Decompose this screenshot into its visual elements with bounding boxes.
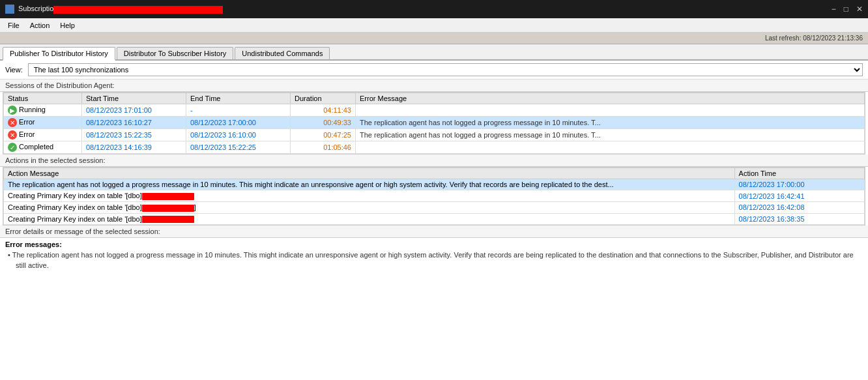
action-row[interactable]: The replication agent has not logged a p… [4,179,865,190]
title-bar-left: Subscriptio [5,5,223,14]
session-start-time: 08/12/2023 16:10:27 [82,117,186,129]
tab-distributor-subscriber[interactable]: Distributor To Subscriber History [117,47,234,59]
sessions-table-container: Status Start Time End Time Duration Erro… [3,92,865,154]
col-action-time: Action Time [734,168,864,179]
session-status: ▶Running [4,104,82,117]
session-status: ✕Error [4,117,82,129]
app-icon [5,5,14,14]
session-row[interactable]: ✕Error 08/12/2023 16:10:27 08/12/2023 17… [4,117,865,129]
session-end-time: 08/12/2023 15:22:25 [186,141,291,154]
sessions-table: Status Start Time End Time Duration Erro… [3,93,865,154]
error-section-label: Error details or message of the selected… [0,226,868,238]
session-error-message [356,104,865,117]
col-error-message: Error Message [356,93,865,104]
action-message: Creating Primary Key index on table '[db… [4,201,735,213]
action-row[interactable]: Creating Primary Key index on table '[db… [4,201,865,213]
sessions-section-label: Sessions of the Distribution Agent: [0,80,868,92]
minimize-button[interactable]: − [832,5,836,14]
status-error-icon: ✕ [8,118,17,127]
tabs-bar: Publisher To Distributor History Distrib… [0,44,868,61]
session-row[interactable]: ▶Running 08/12/2023 17:01:00 - 04:11:43 [4,104,865,117]
window-controls: − □ ✕ [832,5,863,14]
action-message: Creating Primary Key index on table '[db… [4,213,735,225]
tab-publisher-distributor[interactable]: Publisher To Distributor History [3,47,115,61]
menu-file[interactable]: File [3,20,25,31]
view-label: View: [5,66,23,74]
refresh-bar: Last refresh: 08/12/2023 21:13:36 [0,33,868,44]
session-start-time: 08/12/2023 14:16:39 [82,141,186,154]
tab-undistributed-commands[interactable]: Undistributed Commands [235,47,330,59]
last-refresh-label: Last refresh: 08/12/2023 21:13:36 [765,35,863,42]
window-title: Subscriptio [18,5,223,13]
session-error-message: The replication agent has not logged a p… [356,129,865,141]
action-row[interactable]: Creating Primary Key index on table '[db… [4,190,865,202]
session-end-time: 08/12/2023 17:00:00 [186,117,291,129]
action-time: 08/12/2023 16:38:35 [734,213,864,225]
action-message: Creating Primary Key index on table '[db… [4,190,735,202]
menu-bar: File Action Help [0,18,868,33]
session-start-time: 08/12/2023 17:01:00 [82,104,186,117]
session-end-time: - [186,104,291,117]
status-error-icon: ✕ [8,130,17,139]
action-row[interactable]: Delivered snapshot from the 202312081411… [4,225,865,226]
menu-action[interactable]: Action [25,20,55,31]
view-row: View: The last 100 synchronizations [0,61,868,80]
error-message-text: The replication agent has not logged a p… [5,250,863,270]
action-time: 08/12/2023 16:42:41 [734,190,864,202]
session-start-time: 08/12/2023 15:22:35 [82,129,186,141]
session-error-message: The replication agent has not logged a p… [356,117,865,129]
main-content: Publisher To Distributor History Distrib… [0,44,868,380]
action-message: Delivered snapshot from the 202312081411… [4,225,735,226]
action-row[interactable]: Creating Primary Key index on table '[db… [4,213,865,225]
actions-table-container: Action Message Action Time The replicati… [3,167,865,226]
session-row[interactable]: ✕Error 08/12/2023 15:22:35 08/12/2023 16… [4,129,865,141]
col-action-message: Action Message [4,168,735,179]
redacted-bar [142,216,194,223]
col-start-time: Start Time [82,93,186,104]
session-status: ✓Completed [4,141,82,154]
restore-button[interactable]: □ [844,5,848,14]
view-select[interactable]: The last 100 synchronizations [28,63,863,76]
action-time: 08/12/2023 17:00:00 [734,179,864,190]
actions-section-label: Actions in the selected session: [0,154,868,167]
status-running-icon: ▶ [8,106,17,115]
action-message: The replication agent has not logged a p… [4,179,735,190]
status-completed-icon: ✓ [8,143,17,152]
session-error-message [356,141,865,154]
session-duration: 04:11:43 [291,104,356,117]
action-time: 08/12/2023 16:42:08 [734,201,864,213]
close-button[interactable]: ✕ [856,5,863,14]
session-end-time: 08/12/2023 16:10:00 [186,129,291,141]
actions-table: Action Message Action Time The replicati… [3,168,865,226]
col-status: Status [4,93,82,104]
title-bar: Subscriptio − □ ✕ [0,0,868,18]
error-messages-title: Error messages: [5,241,863,248]
redacted-bar [142,205,194,212]
action-time: 08/12/2023 16:38:32 [734,225,864,226]
session-duration: 01:05:46 [291,141,356,154]
redacted-bar [142,193,194,200]
menu-help[interactable]: Help [55,20,80,31]
col-end-time: End Time [186,93,291,104]
error-section: Error messages: The replication agent ha… [0,238,868,380]
session-row[interactable]: ✓Completed 08/12/2023 14:16:39 08/12/202… [4,141,865,154]
col-duration: Duration [291,93,356,104]
session-duration: 00:47:25 [291,129,356,141]
session-status: ✕Error [4,129,82,141]
session-duration: 00:49:33 [291,117,356,129]
